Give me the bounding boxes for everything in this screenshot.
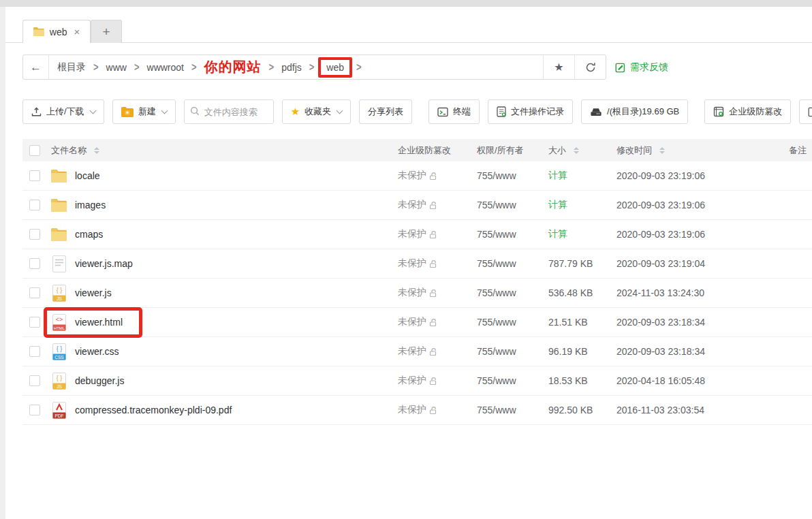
calc-size-link[interactable]: 计算 (548, 228, 567, 240)
select-all-checkbox[interactable] (29, 145, 40, 156)
sort-icon[interactable] (574, 147, 579, 154)
tamper-proof-status[interactable]: 未保护 (391, 316, 471, 328)
breadcrumb-separator: > (134, 61, 140, 74)
new-button[interactable]: 新建 (112, 99, 176, 124)
breadcrumb-item[interactable]: pdfjs (281, 62, 302, 73)
file-name[interactable]: viewer.js.map (75, 258, 133, 269)
protect-label: 未保护 (398, 199, 426, 211)
row-checkbox[interactable] (29, 317, 40, 328)
file-manager-content: web × + ← 根目录>www>wwwroot>你的网站>pdfjs>web… (5, 7, 812, 519)
row-checkbox[interactable] (29, 258, 40, 269)
calc-size-link[interactable]: 计算 (548, 199, 567, 211)
table-row[interactable]: <>HTMLviewer.html未保护755/www21.51 KB2020-… (22, 308, 812, 337)
breadcrumb-item[interactable]: www (106, 62, 127, 73)
feedback-link[interactable]: 需求反馈 (615, 61, 668, 74)
breadcrumb-item[interactable]: web (326, 62, 344, 73)
js-file-icon: { }JS (51, 285, 67, 302)
upload-download-button[interactable]: 上传/下载 (22, 99, 104, 124)
table-row[interactable]: viewer.js.map未保护755/www787.79 KB2020-09-… (22, 249, 812, 279)
share-list-label: 分享列表 (368, 106, 403, 118)
file-name[interactable]: images (75, 200, 106, 210)
refresh-button[interactable] (574, 55, 606, 79)
row-checkbox[interactable] (29, 346, 40, 357)
svg-text:JS: JS (57, 383, 62, 388)
file-name-group: locale (51, 170, 100, 183)
file-name[interactable]: cmaps (75, 229, 103, 240)
breadcrumb-item[interactable]: wwwroot (147, 62, 184, 73)
tamper-proof-status[interactable]: 未保护 (391, 170, 471, 182)
unlock-icon (429, 172, 438, 180)
svg-text:JS: JS (57, 296, 62, 300)
row-checkbox[interactable] (29, 229, 40, 240)
header-modified-time[interactable]: 修改时间 (616, 144, 652, 157)
back-button[interactable]: ← (23, 55, 49, 79)
file-name[interactable]: compressed.tracemonkey-pldi-09.pdf (75, 405, 232, 415)
upload-icon (31, 107, 42, 117)
tamper-proof-status[interactable]: 未保护 (391, 199, 471, 211)
row-checkbox[interactable] (29, 200, 40, 210)
breadcrumb-separator: > (309, 61, 315, 74)
file-name[interactable]: viewer.css (75, 346, 119, 357)
permission-owner: 755/www (471, 200, 543, 210)
star-icon: ★ (554, 61, 563, 74)
protect-label: 未保护 (398, 375, 426, 387)
modified-time: 2016-11-03 23:03:54 (611, 405, 778, 415)
table-row[interactable]: { }JSviewer.js未保护755/www536.48 KB2024-11… (22, 279, 812, 308)
file-name[interactable]: viewer.js (75, 287, 112, 298)
favorite-path-button[interactable]: ★ (543, 55, 574, 79)
breadcrumb-item[interactable]: 根目录 (57, 61, 86, 74)
file-name[interactable]: viewer.html (75, 317, 123, 328)
tab-label: web (50, 27, 67, 37)
tab-web[interactable]: web × (22, 20, 91, 43)
calc-size-link[interactable]: 计算 (548, 170, 567, 182)
tamper-proof-status[interactable]: 未保护 (391, 257, 471, 270)
tamper-proof-status[interactable]: 未保护 (391, 345, 471, 358)
permission-owner: 755/www (471, 258, 543, 269)
row-checkbox[interactable] (29, 170, 40, 181)
sort-icon[interactable] (94, 147, 99, 154)
breadcrumb-item[interactable]: 你的网站 (204, 58, 262, 76)
file-name[interactable]: locale (75, 170, 100, 181)
close-tab-icon[interactable]: × (74, 26, 80, 37)
table-row[interactable]: images未保护755/www计算2020-09-03 23:19:06 (22, 191, 812, 220)
row-checkbox[interactable] (29, 405, 40, 415)
file-size: 536.48 KB (548, 287, 593, 298)
row-checkbox[interactable] (29, 375, 40, 386)
file-name[interactable]: debugger.js (75, 375, 124, 386)
tamper-proof-button[interactable]: 企业级防篡改 (704, 99, 791, 124)
breadcrumb-row: ← 根目录>www>wwwroot>你的网站>pdfjs>web> ★ 需求反馈 (22, 54, 812, 80)
tamper-proof-status[interactable]: 未保护 (391, 404, 471, 416)
table-row[interactable]: PDFcompressed.tracemonkey-pldi-09.pdf未保护… (22, 396, 812, 425)
favorites-label: 收藏夹 (304, 106, 331, 118)
red-annotation-box: <>HTMLviewer.html (44, 307, 142, 338)
file-sync-button[interactable]: 文件同步 (799, 99, 812, 124)
header-size[interactable]: 大小 (548, 144, 566, 157)
protect-label: 未保护 (398, 345, 426, 358)
tamper-proof-status[interactable]: 未保护 (391, 375, 471, 387)
terminal-icon (437, 107, 448, 117)
new-tab-button[interactable]: + (91, 20, 122, 43)
permission-owner: 755/www (471, 229, 543, 240)
sort-icon[interactable] (659, 147, 665, 154)
terminal-button[interactable]: 终端 (428, 99, 480, 124)
table-row[interactable]: { }JSdebugger.js未保护755/www18.53 KB2020-0… (22, 366, 812, 396)
window-left-edge (0, 7, 5, 519)
modified-time: 2020-09-03 23:19:06 (611, 170, 778, 181)
protect-label: 未保护 (398, 287, 426, 299)
row-checkbox[interactable] (29, 287, 40, 298)
table-row[interactable]: cmaps未保护755/www计算2020-09-03 23:19:06 (22, 220, 812, 249)
svg-text:{ }: { } (56, 375, 62, 381)
favorites-button[interactable]: ★ 收藏夹 (282, 99, 351, 124)
file-table: 文件名称 企业级防篡改 权限/所有者 大小 修改时间 备注 locale未保护7… (22, 139, 812, 425)
share-list-button[interactable]: 分享列表 (359, 99, 412, 124)
svg-text:{ }: { } (56, 345, 62, 352)
plus-icon: + (102, 25, 110, 40)
disk-usage-button[interactable]: /(根目录)19.69 GB (581, 99, 688, 124)
table-row[interactable]: { }CSSviewer.css未保护755/www96.19 KB2020-0… (22, 337, 812, 366)
tamper-proof-status[interactable]: 未保护 (391, 287, 471, 299)
file-log-button[interactable]: 文件操作记录 (488, 99, 573, 124)
tamper-proof-status[interactable]: 未保护 (391, 228, 471, 240)
file-manager-window: web × + ← 根目录>www>wwwroot>你的网站>pdfjs>web… (0, 0, 812, 519)
table-row[interactable]: locale未保护755/www计算2020-09-03 23:19:06 (22, 161, 812, 191)
header-file-name[interactable]: 文件名称 (51, 144, 87, 157)
